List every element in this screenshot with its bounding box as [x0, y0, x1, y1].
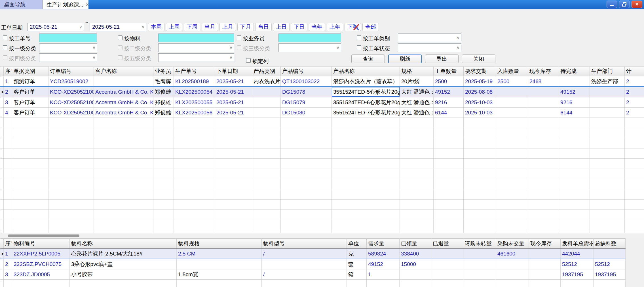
table-cell[interactable]: 1937195 — [561, 269, 594, 280]
table-cell[interactable]: 郑俊雄 — [153, 87, 174, 97]
table-cell[interactable]: 322SBZ.PVCH0075 — [12, 259, 70, 269]
column-header[interactable]: 已退量 — [431, 239, 463, 249]
table-cell[interactable]: 3朵心形pvc底+盖 — [70, 259, 177, 269]
salesman-input[interactable] — [278, 33, 341, 42]
quick-range-link[interactable]: 下周 — [184, 23, 200, 31]
table-cell[interactable]: 3 — [4, 97, 12, 108]
column-header[interactable]: 生产单号 — [174, 66, 215, 76]
column-header[interactable]: 产品编号 — [281, 66, 332, 76]
quick-range-link[interactable]: 上年 — [327, 23, 343, 31]
table-cell[interactable]: 2 — [625, 108, 644, 118]
table-cell[interactable]: 589824 — [367, 248, 400, 259]
table-cell[interactable]: 15000 — [400, 259, 431, 269]
tab-close-icon[interactable]: × — [86, 1, 88, 8]
table-cell[interactable] — [463, 259, 496, 269]
table-cell[interactable] — [94, 76, 153, 87]
chevron-down-icon[interactable]: ∨ — [229, 44, 233, 52]
category5-dropdown[interactable]: ∨ — [158, 53, 234, 62]
table-row[interactable]: 3323DZ.JD0005小号胶带1.5cm宽/箱119371951937195 — [0, 269, 626, 280]
table-cell[interactable]: 4 — [4, 108, 12, 118]
quick-range-link[interactable]: 下日 — [291, 23, 307, 31]
table-cell[interactable] — [496, 269, 529, 280]
table-cell[interactable]: 442044 — [561, 248, 594, 259]
table-cell[interactable]: 客户订单 — [12, 108, 48, 118]
column-header[interactable]: 物料规格 — [177, 239, 262, 249]
table-cell[interactable]: DG15079 — [281, 97, 332, 108]
category2-dropdown[interactable]: ∨ — [158, 43, 234, 52]
table-cell[interactable]: YCD250519002 — [48, 76, 94, 87]
table-cell[interactable]: 2025-10-03 — [464, 108, 496, 118]
table-cell[interactable]: 323DZ.JD0005 — [12, 269, 70, 280]
by-category5-checkbox[interactable] — [118, 55, 123, 60]
column-header[interactable]: 业务员 — [153, 66, 174, 76]
table-cell[interactable] — [529, 269, 561, 280]
table-row[interactable]: 3客户订单KCO-XD250521000Accentra GmbH & Co. … — [0, 97, 644, 108]
by-workorder-checkbox[interactable] — [3, 35, 7, 40]
table-cell[interactable]: 3551524TED-5心形花片20g装大 — [332, 87, 400, 97]
quick-range-link[interactable]: 上周 — [166, 23, 182, 31]
table-cell[interactable]: QT1300103022 — [281, 76, 332, 87]
table-cell[interactable] — [400, 269, 431, 280]
table-cell[interactable] — [463, 269, 496, 280]
close-button[interactable]: 关闭 — [462, 55, 495, 63]
column-header[interactable]: 单据类别 — [12, 66, 48, 76]
column-header[interactable]: 物料型号 — [262, 239, 347, 249]
column-header[interactable]: 总缺料数 — [594, 239, 626, 249]
quick-range-link[interactable]: 上月 — [219, 23, 236, 31]
table-cell[interactable]: 郑俊雄 — [153, 97, 174, 108]
scissors-icon[interactable] — [352, 23, 360, 31]
table-cell[interactable]: / — [262, 248, 347, 259]
table-cell[interactable] — [528, 87, 559, 97]
table-cell[interactable]: 6144 — [559, 108, 590, 118]
table-cell[interactable] — [463, 248, 496, 259]
column-header[interactable]: 下单日期 — [215, 66, 252, 76]
table-cell[interactable]: 2025-05-21 — [215, 87, 252, 97]
table-cell[interactable]: KL202500189 — [174, 76, 215, 87]
by-category2-checkbox[interactable] — [118, 45, 123, 50]
table-row[interactable]: ▶2客户订单KCO-XD250521000Accentra GmbH & Co.… — [0, 87, 644, 97]
quick-range-link[interactable]: 当年 — [309, 23, 325, 31]
by-workorder-type-checkbox[interactable] — [357, 35, 361, 40]
by-category4-checkbox[interactable] — [3, 55, 7, 60]
table-cell[interactable]: 2 — [625, 87, 644, 97]
category1-dropdown[interactable]: ∨ — [39, 43, 97, 52]
table-cell[interactable]: 2500 — [496, 76, 528, 87]
table-cell[interactable]: 1 — [367, 269, 400, 280]
column-header[interactable]: 计 — [625, 66, 644, 76]
table-cell[interactable]: 箱 — [347, 269, 367, 280]
table-cell[interactable]: Accentra GmbH & Co. KG — [94, 97, 153, 108]
table-cell[interactable]: 郑俊雄 — [153, 108, 174, 118]
export-button[interactable]: 导出 — [425, 55, 459, 63]
column-header[interactable]: 序号 — [4, 239, 12, 249]
table-cell[interactable]: KLX202500056 — [174, 108, 215, 118]
material-input[interactable] — [158, 33, 234, 42]
table-cell[interactable]: 9216 — [434, 97, 464, 108]
table-cell[interactable]: 3551524TED-7心形花片20g装大 — [332, 108, 400, 118]
close-window-button[interactable]: × — [632, 1, 642, 8]
table-cell[interactable]: KCO-XD250521000 — [48, 108, 94, 118]
table-cell[interactable]: Accentra GmbH & Co. KG — [94, 108, 153, 118]
column-header[interactable]: 规格 — [400, 66, 434, 76]
table-cell[interactable]: 内衣洗衣片 — [252, 76, 281, 87]
date-to-combobox[interactable]: 2025-05-21 ∨ — [90, 23, 146, 31]
by-category3-checkbox[interactable] — [237, 45, 241, 50]
table-cell[interactable]: 2 — [4, 87, 12, 97]
category4-dropdown[interactable]: ∨ — [39, 53, 97, 62]
tab-production-plan-tracking[interactable]: 生产计划追踪...× — [43, 0, 88, 9]
table-cell[interactable] — [496, 87, 528, 97]
by-salesman-checkbox[interactable] — [237, 35, 241, 40]
by-material-checkbox[interactable] — [118, 35, 123, 40]
table-cell[interactable]: 1.5cm宽 — [177, 269, 262, 280]
column-header[interactable]: 物料编号 — [12, 239, 70, 249]
workorder-type-dropdown[interactable]: ∨ — [398, 33, 461, 42]
table-cell[interactable]: 2.5 CM — [177, 248, 262, 259]
table-row[interactable]: 1预测订单YCD250519002毛鹰辉KL2025001892025-05-2… — [0, 76, 644, 87]
table-cell[interactable]: 9216 — [559, 97, 590, 108]
table-cell[interactable]: 2 — [4, 259, 12, 269]
table-cell[interactable]: 克 — [347, 248, 367, 259]
table-cell[interactable] — [529, 259, 561, 269]
quick-range-link[interactable]: 上日 — [273, 23, 290, 31]
by-workorder-status-checkbox[interactable] — [357, 45, 361, 50]
table-cell[interactable]: 心形花片裸片-2.5CM/大红18# — [70, 248, 177, 259]
table-cell[interactable]: 2025-05-19 — [464, 76, 496, 87]
